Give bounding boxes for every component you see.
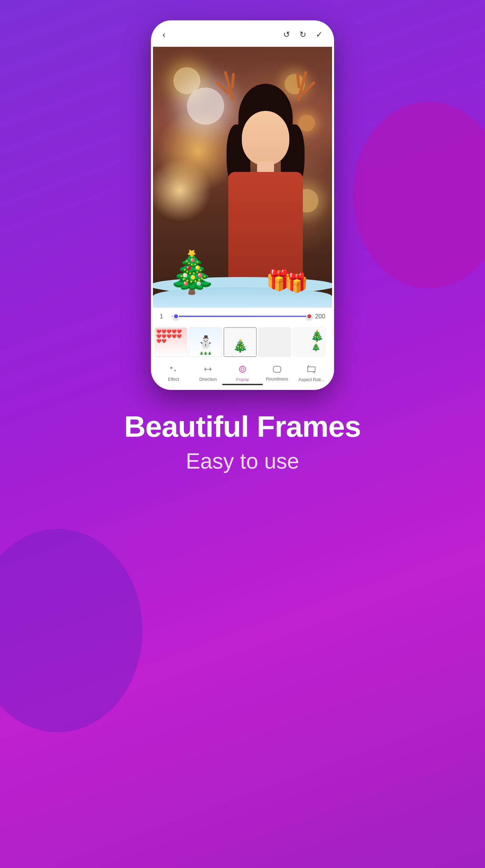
frame-tree-preview: 🎄 ✓ <box>224 328 256 356</box>
slider-track[interactable] <box>171 316 309 317</box>
frame-thumbnails-strip: ❤️❤️❤️❤️❤️❤️❤️❤️❤️❤️❤️❤️ ⛄ 🎄🎄🎄 🎄 ✓ <box>153 325 332 359</box>
slider-fill <box>176 316 309 317</box>
direction-label: Direction <box>199 377 217 382</box>
gift-box-2: 🎁 <box>285 272 308 294</box>
christmas-tree: 🎄 <box>167 252 217 292</box>
phone-topbar: ‹ ↺ ↻ ✓ <box>153 22 332 47</box>
roundness-icon <box>273 366 282 375</box>
frame-thumb-blank[interactable] <box>258 327 291 357</box>
undo-button[interactable]: ↺ <box>283 30 290 39</box>
footer-text: Beautiful Frames Easy to use <box>124 410 361 474</box>
nav-item-effect[interactable]: Effect <box>160 365 187 382</box>
slider-thumb-right[interactable] <box>306 313 312 319</box>
roundness-label: Roundness <box>266 376 288 381</box>
selected-checkmark: ✓ <box>237 337 244 347</box>
frame-snowman-preview: ⛄ 🎄🎄🎄 <box>190 328 221 356</box>
topbar-actions: ↺ ↻ ✓ <box>283 30 323 39</box>
nav-item-aspect-ratio[interactable]: Aspect Rati... <box>298 365 325 382</box>
sub-title: Easy to use <box>124 449 361 474</box>
frame-thumb-corner[interactable]: 🎄 🎄 <box>293 327 326 357</box>
aspect-ratio-label: Aspect Rati... <box>298 377 325 382</box>
nav-item-roundness[interactable]: Roundness <box>264 366 291 381</box>
slider-min-label: 1 <box>160 313 167 320</box>
svg-point-0 <box>239 366 246 372</box>
photo-area: 🎄 🎁 🎁 <box>153 47 332 308</box>
phone-frame: ‹ ↺ ↻ ✓ <box>151 20 334 390</box>
frame-thumb-snowman[interactable]: ⛄ 🎄🎄🎄 <box>189 327 222 357</box>
xmas-scene: 🎄 🎁 🎁 <box>153 253 332 308</box>
aspect-ratio-icon <box>307 365 316 376</box>
direction-icon <box>203 365 213 375</box>
back-button[interactable]: ‹ <box>162 29 166 40</box>
svg-rect-4 <box>308 367 315 372</box>
bg-blob-left <box>0 529 142 732</box>
svg-point-2 <box>242 366 243 367</box>
nav-item-frame[interactable]: Frame <box>229 365 256 382</box>
frame-corner-preview: 🎄 🎄 <box>293 328 325 356</box>
frame-label: Frame <box>236 377 249 382</box>
confirm-button[interactable]: ✓ <box>316 30 323 39</box>
redo-button[interactable]: ↻ <box>299 30 306 39</box>
frame-hearts-preview: ❤️❤️❤️❤️❤️❤️❤️❤️❤️❤️❤️❤️ <box>155 328 187 356</box>
range-slider[interactable]: 1 200 <box>153 308 332 325</box>
antler-left <box>224 71 234 101</box>
antler-right <box>297 71 307 101</box>
girl-figure <box>208 70 323 280</box>
frame-thumb-hearts[interactable]: ❤️❤️❤️❤️❤️❤️❤️❤️❤️❤️❤️❤️ <box>154 327 188 357</box>
frame-icon <box>238 365 247 376</box>
frame-thumb-tree-selected[interactable]: 🎄 ✓ <box>224 327 257 357</box>
svg-rect-3 <box>273 366 281 372</box>
main-title: Beautiful Frames <box>124 410 361 443</box>
slider-thumb-left[interactable] <box>173 313 179 319</box>
girl-head <box>242 111 289 165</box>
nav-item-direction[interactable]: Direction <box>194 365 221 382</box>
slider-max-label: 200 <box>313 313 325 320</box>
frame-blank-preview <box>259 328 291 356</box>
svg-point-1 <box>241 368 244 371</box>
photo-background: 🎄 🎁 🎁 <box>153 47 332 308</box>
home-indicator <box>222 384 263 385</box>
phone-mockup: ‹ ↺ ↻ ✓ <box>151 20 334 390</box>
effect-icon <box>170 365 178 375</box>
bg-blob-right <box>353 102 485 288</box>
effect-label: Effect <box>168 377 179 382</box>
corner-decoration: 🎄 <box>310 329 324 342</box>
